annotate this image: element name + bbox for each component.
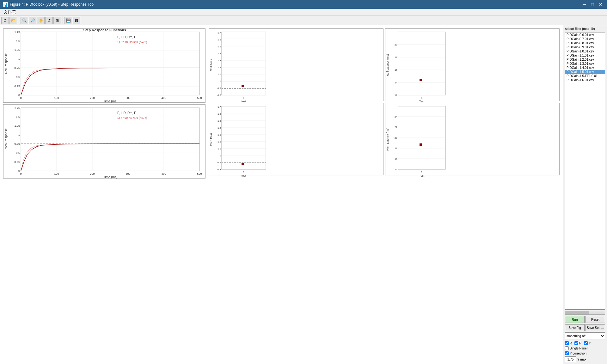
svg-text:14: 14 bbox=[395, 81, 397, 84]
label-Y-correction: Y correction bbox=[570, 352, 586, 355]
roll-x-label: Time (ms) bbox=[103, 100, 118, 103]
toolbar-zoom-out[interactable]: 🔎 bbox=[29, 17, 36, 24]
smoothing-dropdown[interactable]: smoothing off smoothing low smoothing me… bbox=[565, 332, 605, 339]
label-Y: Y bbox=[589, 342, 591, 345]
svg-text:0: 0 bbox=[20, 96, 21, 100]
menu-file[interactable]: 文件(E) bbox=[1, 9, 19, 15]
check-R[interactable] bbox=[565, 341, 569, 345]
maximize-button[interactable]: □ bbox=[589, 1, 596, 8]
check-Y-correction[interactable] bbox=[565, 351, 569, 355]
file-item-1[interactable]: PIDGain-0.7.01.csv bbox=[565, 37, 605, 41]
file-item-8[interactable]: PIDGain-1.4.01.csv bbox=[565, 66, 605, 70]
svg-text:Roll Latency (ms): Roll Latency (ms) bbox=[386, 54, 389, 76]
svg-rect-86 bbox=[398, 32, 445, 95]
main-area: Step Response Functions Roll Response 0 … bbox=[0, 25, 607, 364]
right-panel: select files (max 10) PIDGain-0.6.01.csv… bbox=[563, 25, 607, 364]
toolbar-open[interactable]: 📂 bbox=[9, 17, 17, 24]
svg-text:12: 12 bbox=[395, 94, 397, 97]
svg-text:20: 20 bbox=[395, 136, 397, 139]
svg-rect-72 bbox=[242, 85, 244, 87]
svg-text:16: 16 bbox=[395, 69, 397, 71]
pitch-svg: Pitch Response 0 0.25 0.5 0.75 1 1.25 1.… bbox=[3, 105, 206, 179]
run-reset-row: Run Reset bbox=[565, 316, 605, 323]
file-item-3[interactable]: PIDGain-0.9.01.csv bbox=[565, 45, 605, 49]
svg-text:1: 1 bbox=[18, 57, 20, 60]
svg-text:0.25: 0.25 bbox=[14, 85, 20, 88]
roll-plot-title: Step Response Functions bbox=[83, 29, 126, 32]
check-P-row: P bbox=[574, 341, 581, 345]
pitch-response-plot: Pitch Response 0 0.25 0.5 0.75 1 1.25 1.… bbox=[3, 104, 205, 179]
save-sett-button[interactable]: Save Setti... bbox=[586, 324, 605, 331]
svg-text:Test: Test bbox=[419, 174, 424, 177]
left-plots: Step Response Functions Roll Response 0 … bbox=[3, 28, 209, 361]
svg-text:1: 1 bbox=[243, 171, 244, 174]
toolbar-zoom-in[interactable]: 🔍 bbox=[21, 17, 28, 24]
check-Y[interactable] bbox=[584, 341, 588, 345]
right-plots: Roll Peak 0.8 0.9 1 1.1 1.2 1.3 1.4 1.5 … bbox=[209, 28, 560, 361]
svg-text:0: 0 bbox=[18, 94, 20, 97]
toolbar-export[interactable]: 💾 bbox=[64, 17, 72, 24]
svg-text:18: 18 bbox=[395, 147, 397, 150]
toolbar-new[interactable]: 🗋 bbox=[1, 17, 9, 24]
label-single-panel: Single Panel bbox=[570, 347, 587, 350]
svg-text:1.3: 1.3 bbox=[218, 133, 221, 136]
label-R: R bbox=[570, 342, 572, 345]
files-label: select files (max 10) bbox=[565, 27, 605, 31]
minimize-button[interactable]: ─ bbox=[580, 1, 588, 8]
svg-text:1: 1 bbox=[243, 96, 244, 100]
svg-text:400: 400 bbox=[161, 172, 166, 175]
file-item-9[interactable]: PIDGain-1.5.01.csv bbox=[565, 70, 605, 74]
svg-text:0.75: 0.75 bbox=[14, 142, 20, 145]
svg-text:1.3: 1.3 bbox=[218, 59, 221, 62]
check-single-panel-row: Single Panel bbox=[565, 346, 605, 350]
svg-text:1.2: 1.2 bbox=[218, 140, 221, 143]
file-item-11[interactable]: PIDGain-1.6.01.csv bbox=[565, 78, 605, 82]
svg-text:500: 500 bbox=[197, 172, 202, 175]
save-fig-button[interactable]: Save Fig bbox=[565, 324, 585, 331]
toolbar-sep-2 bbox=[63, 17, 63, 24]
svg-text:22: 22 bbox=[395, 126, 397, 129]
check-y-correction-row: Y correction bbox=[565, 351, 605, 355]
toolbar-layout[interactable]: ⊟ bbox=[73, 17, 80, 24]
close-button[interactable]: ✕ bbox=[597, 1, 604, 8]
toolbar-rotate[interactable]: ↺ bbox=[45, 17, 53, 24]
check-P[interactable] bbox=[574, 341, 578, 345]
top-scatter-row: Roll Peak 0.8 0.9 1 1.1 1.2 1.3 1.4 1.5 … bbox=[209, 28, 560, 101]
check-single-panel[interactable] bbox=[565, 346, 569, 350]
toolbar-reset[interactable]: ⊞ bbox=[53, 17, 61, 24]
roll-response-plot: Step Response Functions Roll Response 0 … bbox=[3, 28, 205, 103]
svg-text:18: 18 bbox=[395, 56, 397, 59]
roll-legend-title: P, I, D, Dm, F bbox=[117, 35, 136, 39]
file-item-10[interactable]: PIDGain-1.5-FF1.0.01. bbox=[565, 74, 605, 78]
file-item-4[interactable]: PIDGain-1.0.01.csv bbox=[565, 49, 605, 53]
file-item-7[interactable]: PIDGain-1.3.01.csv bbox=[565, 62, 605, 66]
reset-button[interactable]: Reset bbox=[586, 316, 605, 323]
file-item-2[interactable]: PIDGain-0.8.01.csv bbox=[565, 41, 605, 45]
pitch-latency-plot: Pitch Latency (ms) 14 16 18 20 22 24 1 T… bbox=[385, 103, 560, 175]
check-Y-row: Y bbox=[584, 341, 591, 345]
file-item-6[interactable]: PIDGain-1.2.01.csv bbox=[565, 58, 605, 62]
toolbar-pan[interactable]: ✋ bbox=[37, 17, 45, 24]
file-list[interactable]: PIDGain-0.6.01.csv PIDGain-0.7.01.csv PI… bbox=[565, 33, 605, 310]
title-left: 📊 Figure 4: PIDtoolbox (v0.59) - Step Re… bbox=[3, 2, 95, 7]
svg-text:1: 1 bbox=[220, 80, 221, 83]
svg-rect-93 bbox=[420, 79, 422, 81]
svg-text:1.4: 1.4 bbox=[218, 52, 221, 55]
ymax-input[interactable]: 1.75 bbox=[565, 356, 576, 362]
svg-text:1.25: 1.25 bbox=[14, 48, 20, 52]
ymax-label: Y max bbox=[577, 358, 586, 361]
pitch-y-label: Pitch Response bbox=[4, 128, 8, 150]
svg-text:1.1: 1.1 bbox=[218, 147, 221, 150]
file-list-scrollbar-h[interactable] bbox=[565, 311, 605, 315]
svg-text:100: 100 bbox=[54, 96, 59, 100]
menu-bar: 文件(E) bbox=[0, 9, 607, 16]
svg-text:0.9: 0.9 bbox=[218, 161, 221, 164]
run-button[interactable]: Run bbox=[565, 316, 585, 323]
file-item-0[interactable]: PIDGain-0.6.01.csv bbox=[565, 33, 605, 37]
roll-y-label: Roll Response bbox=[4, 53, 8, 74]
file-item-5[interactable]: PIDGain-1.1.01.csv bbox=[565, 53, 605, 58]
svg-text:14: 14 bbox=[395, 168, 397, 171]
roll-peak-svg: Roll Peak 0.8 0.9 1 1.1 1.2 1.3 1.4 1.5 … bbox=[209, 29, 269, 103]
svg-text:Roll Peak: Roll Peak bbox=[210, 59, 213, 71]
toolbar: 🗋 📂 🔍 🔎 ✋ ↺ ⊞ 💾 ⊟ bbox=[0, 16, 607, 25]
